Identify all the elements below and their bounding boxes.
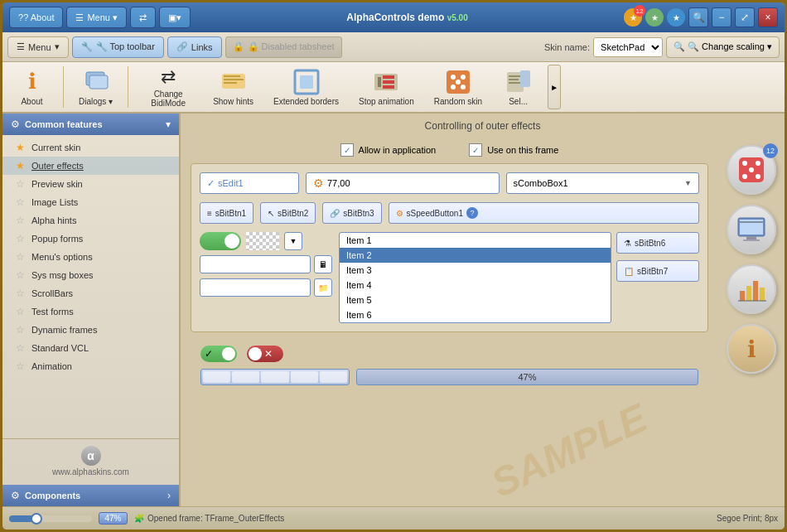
check-mark: ✓ xyxy=(202,347,215,360)
small-input-2[interactable] xyxy=(200,278,311,297)
sbitbtn7-button[interactable]: 📋 sBitBtn7 xyxy=(616,260,699,282)
seg-2 xyxy=(232,371,259,383)
show-hints-ribbon-button[interactable]: Show hints xyxy=(206,65,260,109)
list-item-5[interactable]: Item 5 xyxy=(340,293,611,307)
sidebar-item-popup-forms[interactable]: ☆ Popup forms xyxy=(2,230,179,248)
top-toolbar-button[interactable]: 🔧 🔧 Top toolbar xyxy=(72,36,164,58)
sidebar-item-alpha-hints[interactable]: ☆ Alpha hints xyxy=(2,211,179,230)
about-button[interactable]: ? ? About xyxy=(9,7,63,28)
stop-animation-ribbon-button[interactable]: Stop animation xyxy=(352,65,421,109)
badge-12: 12 xyxy=(763,143,778,158)
bidimode-icon: ⇄ xyxy=(155,66,181,88)
sbitbtn6-button[interactable]: ⚗ sBitBtn6 xyxy=(616,232,699,254)
sel-ribbon-button[interactable]: Sel... xyxy=(495,65,541,109)
flask-icon: ⚗ xyxy=(624,239,631,248)
use-checkbox[interactable]: ✓ xyxy=(469,143,482,157)
sidebar-item-menus-options[interactable]: ☆ Menu's options xyxy=(2,248,179,266)
toggle-on-1[interactable]: ✓ xyxy=(200,346,237,362)
disabled-tabsheet: 🔒 🔒 Disabled tabsheet xyxy=(225,36,342,58)
ribbon-more-button[interactable]: ► xyxy=(548,65,561,109)
maximize-button[interactable]: ⤢ xyxy=(735,7,755,27)
change-bidimode-ribbon-button[interactable]: ⇄ Change BidiMode xyxy=(137,65,200,109)
chart-round-button[interactable] xyxy=(727,264,776,314)
sbitbtn2-button[interactable]: ↖ sBitBtn2 xyxy=(260,202,316,224)
sidebar-item-current-skin[interactable]: ★ Current skin xyxy=(2,138,179,157)
close-button[interactable]: × xyxy=(758,7,778,27)
lock-icon: 🔒 xyxy=(233,41,244,52)
toggle-off-1[interactable]: ✕ xyxy=(247,346,283,362)
sspeedbutton1-button[interactable]: ⚙ sSpeedButton1 ? xyxy=(389,202,699,224)
list-item-3[interactable]: Item 3 xyxy=(340,263,611,278)
minimize-button[interactable]: − xyxy=(712,7,731,27)
random-skin-ribbon-button[interactable]: Random skin xyxy=(427,65,489,109)
list-item-4[interactable]: Item 4 xyxy=(340,278,611,293)
svg-rect-3 xyxy=(224,75,240,77)
star2-badge[interactable]: ★ xyxy=(645,8,664,27)
svg-rect-11 xyxy=(383,80,394,84)
use-on-frame-checkbox[interactable]: ✓ Use on this frame xyxy=(469,143,558,157)
sidebar-item-image-lists[interactable]: ☆ Image Lists xyxy=(2,193,179,211)
info-icon: ℹ xyxy=(747,336,756,363)
sidebar-item-test-forms[interactable]: ☆ Test forms xyxy=(2,302,179,321)
small-combo[interactable]: ▼ xyxy=(284,232,302,250)
sedit1[interactable]: ✓ sEdit1 xyxy=(200,172,299,194)
svg-point-27 xyxy=(749,167,754,172)
about-ribbon-button[interactable]: ℹ About xyxy=(9,65,55,109)
star1-badge[interactable]: ★ 12 xyxy=(624,8,642,27)
sidebar-item-outer-effects[interactable]: ★ Outer effects xyxy=(2,157,179,175)
sbitbtn1-button[interactable]: ≡ sBitBtn1 xyxy=(200,202,253,224)
sbitbtn3-button[interactable]: 🔗 sBitBtn3 xyxy=(322,202,381,224)
star-empty-icon: ☆ xyxy=(16,306,25,317)
window-frame: ? ? About ☰ Menu ▾ ⇄ ▣▾ AlphaControls de… xyxy=(0,0,787,532)
right-side-buttons: ⚗ sBitBtn6 📋 sBitBtn7 xyxy=(616,232,699,323)
calc-button[interactable]: 🖩 xyxy=(314,255,332,273)
dice-round-button[interactable]: 12 xyxy=(727,145,776,195)
seg-5 xyxy=(320,371,347,383)
slistbox[interactable]: Item 1 Item 2 Item 3 Item 4 Item 5 Item … xyxy=(339,232,611,323)
skin-select[interactable]: SketchPad xyxy=(593,37,663,57)
sedit2[interactable]: ⚙ 77,00 xyxy=(306,172,500,194)
sidebar-item-sys-msg-boxes[interactable]: ☆ Sys msg boxes xyxy=(2,266,179,284)
list-icon: ≡ xyxy=(207,209,212,218)
allow-in-app-checkbox[interactable]: ✓ Allow in application xyxy=(340,143,437,157)
allow-checkbox[interactable]: ✓ xyxy=(340,143,354,157)
status-font-info: Segoe Print; 8px xyxy=(717,514,778,523)
menu-toolbar-icon: ☰ xyxy=(17,41,25,52)
sidebar: ⚙ Common features ▾ ★ Current skin ★ Out… xyxy=(2,114,181,506)
sidebar-item-scrollbars[interactable]: ☆ ScrollBars xyxy=(2,284,179,302)
links-button[interactable]: 🔗 Links xyxy=(167,36,222,58)
sidebar-item-dynamic-frames[interactable]: ☆ Dynamic frames xyxy=(2,321,179,339)
layout-button[interactable]: ⇄ xyxy=(130,7,156,28)
extended-borders-ribbon-button[interactable]: Extended borders xyxy=(267,65,345,109)
view-button[interactable]: ▣▾ xyxy=(159,7,191,28)
sidebar-item-animation[interactable]: ☆ Animation xyxy=(2,357,179,375)
sidebar-item-standard-vcl[interactable]: ☆ Standard VCL xyxy=(2,339,179,357)
svg-point-28 xyxy=(742,174,747,179)
chevron-down-icon: ▾ xyxy=(166,118,171,130)
search-title-button[interactable]: 🔍 xyxy=(688,7,708,27)
change-scaling-button[interactable]: 🔍 🔍 Change scaling ▾ xyxy=(666,36,780,58)
list-item-2[interactable]: Item 2 xyxy=(340,248,611,263)
sidebar-item-preview-skin[interactable]: ☆ Preview skin xyxy=(2,175,179,193)
dice-icon xyxy=(736,155,766,185)
toggle-switch-1[interactable] xyxy=(200,232,241,250)
gear-small-icon: ⚙ xyxy=(313,177,324,190)
menu-toolbar-button[interactable]: ☰ Menu ▾ xyxy=(7,36,69,58)
list-item-6[interactable]: Item 6 xyxy=(340,307,611,322)
screen-round-button[interactable] xyxy=(727,205,776,254)
star3-badge[interactable]: ★ xyxy=(667,8,685,27)
menu-button[interactable]: ☰ Menu ▾ xyxy=(66,7,127,28)
sidebar-components-button[interactable]: ⚙ Components › xyxy=(2,485,179,506)
folder-button[interactable]: 📁 xyxy=(314,278,332,297)
dialogs-ribbon-button[interactable]: Dialogs ▾ xyxy=(72,65,119,109)
status-slider[interactable] xyxy=(9,515,92,522)
list-item-1[interactable]: Item 1 xyxy=(340,233,611,248)
sidebar-header[interactable]: ⚙ Common features ▾ xyxy=(2,114,179,135)
scombobox1[interactable]: sComboBox1 ▼ xyxy=(506,172,700,194)
panel-body: ✓ Allow in application ✓ Use on this fra… xyxy=(181,138,718,506)
info-round-button[interactable]: ℹ xyxy=(727,324,776,374)
listbox-area: Item 1 Item 2 Item 3 Item 4 Item 5 Item … xyxy=(339,232,699,323)
small-input-1[interactable] xyxy=(200,255,311,273)
panel-content-area: ✓ Allow in application ✓ Use on this fra… xyxy=(181,138,785,506)
check-icon: ✓ xyxy=(207,178,215,189)
